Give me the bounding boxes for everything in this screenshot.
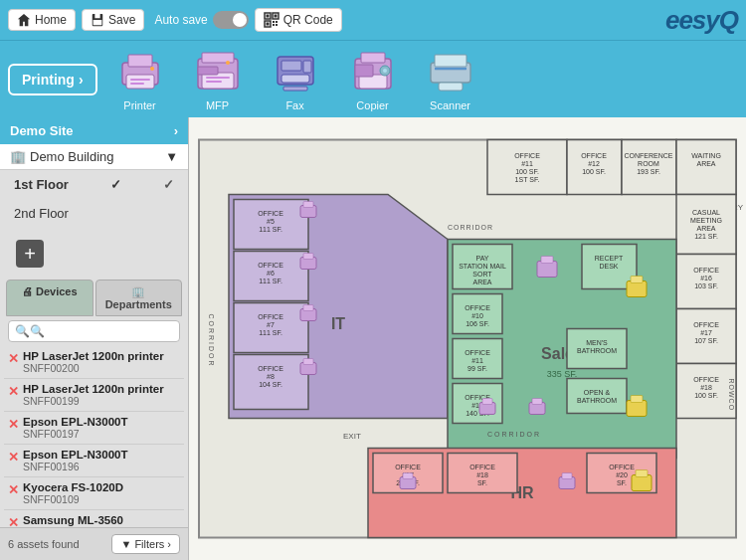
sidebar: Demo Site › 🏢 Demo Building ▼ 1st Floor … [0,117,189,560]
filters-button[interactable]: ▼ Filters › [111,534,180,554]
building-selector[interactable]: 🏢 Demo Building ▼ [0,144,188,170]
building-icon: 🏢 [10,149,26,164]
floor-2nd[interactable]: 2nd Floor [0,199,188,228]
remove-icon: ✕ [8,417,19,432]
departments-tab-icon: 🏢 [131,285,145,297]
remove-icon: ✕ [8,384,19,399]
qr-code-button[interactable]: QR Code [255,8,342,32]
svg-text:OFFICE: OFFICE [395,464,421,470]
svg-text:SORT: SORT [472,271,492,278]
svg-rect-165 [632,475,652,491]
floor-1st[interactable]: 1st Floor ✓ [0,170,188,199]
svg-point-36 [383,69,387,73]
scanner-icon [424,48,477,97]
list-item[interactable]: ✕ Samsung ML-3560 SNFF00088 [4,510,184,527]
svg-text:335 SF.: 335 SF. [547,369,578,379]
floorplan[interactable]: OFFICE #11 100 SF. 1ST SF. OFFICE #12 10… [189,117,746,560]
svg-text:OFFICE: OFFICE [258,365,283,372]
svg-text:WAITING: WAITING [691,152,721,159]
svg-text:OPEN &: OPEN & [584,389,611,396]
add-button[interactable]: + [16,240,44,268]
svg-rect-8 [266,23,269,26]
device-mfp[interactable]: MFP [183,48,253,111]
svg-text:CORRIDOR: CORRIDOR [448,224,493,231]
home-button[interactable]: Home [8,9,76,31]
list-item[interactable]: ✕ HP LaserJet 1200n printer SNFF00199 [4,379,184,412]
svg-text:111 SF.: 111 SF. [259,329,282,336]
list-item[interactable]: ✕ Epson EPL-N3000T SNFF00196 [4,445,184,477]
remove-icon: ✕ [8,515,19,527]
svg-text:OFFICE: OFFICE [258,210,283,217]
svg-rect-39 [439,83,463,91]
svg-text:111 SF.: 111 SF. [259,226,282,233]
svg-rect-23 [206,77,230,79]
svg-rect-150 [303,359,313,365]
svg-rect-148 [303,305,313,311]
svg-text:MEN'S: MEN'S [586,339,608,346]
svg-rect-164 [562,473,572,479]
svg-rect-144 [303,202,313,208]
svg-text:121 SF.: 121 SF. [694,233,718,240]
svg-rect-11 [273,24,275,26]
header: Home Save Auto save QR Code eesyQ [0,0,746,40]
svg-text:#12: #12 [588,160,600,167]
svg-rect-6 [274,15,277,18]
svg-rect-146 [303,254,313,260]
list-item[interactable]: ✕ Kyocera FS-1020D SNFF00109 [4,477,184,510]
svg-text:CORRIDOR: CORRIDOR [487,431,541,438]
svg-text:OFFICE: OFFICE [693,267,719,274]
svg-rect-15 [126,75,154,89]
printing-button[interactable]: Printing › [8,64,97,95]
mfp-icon [191,48,245,97]
device-printer[interactable]: Printer [105,48,175,111]
copier-label: Copier [356,99,388,111]
svg-text:OFFICE: OFFICE [693,321,719,328]
search-input[interactable] [30,324,173,338]
svg-rect-152 [541,257,553,264]
svg-rect-2 [93,20,102,25]
toolbar: Printing › Printer [0,40,746,117]
svg-text:OFFICE: OFFICE [258,313,283,320]
svg-text:CONFERENCE: CONFERENCE [624,152,672,159]
svg-rect-22 [198,67,218,75]
remove-icon: ✕ [8,450,19,465]
device-scanner[interactable]: Scanner [416,48,485,111]
tab-departments[interactable]: 🏢 Departments [95,280,183,316]
svg-rect-159 [627,401,647,417]
svg-text:1ST SF.: 1ST SF. [515,176,540,183]
list-item[interactable]: ✕ Epson EPL-N3000T SNFF00197 [4,412,184,445]
svg-text:OFFICE: OFFICE [693,376,719,383]
svg-rect-158 [532,399,542,405]
svg-text:AREA: AREA [696,225,715,232]
list-item[interactable]: ✕ HP LaserJet 1200n printer SNFF00200 [4,346,184,379]
auto-save-toggle[interactable] [213,11,249,29]
svg-text:ROOM: ROOM [638,160,659,167]
svg-rect-153 [627,281,647,297]
save-button[interactable]: Save [82,9,144,31]
checkmark-icon: ✓ [110,177,121,192]
logo: eesyQ [665,5,738,36]
svg-rect-27 [281,61,301,71]
svg-rect-156 [482,399,492,405]
device-copier[interactable]: Copier [338,48,408,111]
remove-icon: ✕ [8,482,19,497]
svg-text:STATION MAIL: STATION MAIL [459,263,506,270]
svg-text:MEETING: MEETING [690,217,722,224]
svg-rect-166 [636,470,648,477]
svg-text:BATHROOM: BATHROOM [577,347,617,354]
search-box[interactable]: 🔍 [8,320,180,342]
svg-text:111 SF.: 111 SF. [259,278,282,284]
svg-text:AREA: AREA [696,160,715,167]
svg-text:99 SF.: 99 SF. [467,365,487,372]
svg-rect-4 [266,15,269,18]
chevron-down-icon: ▼ [165,149,178,164]
svg-rect-154 [631,277,643,283]
svg-text:OFFICE: OFFICE [258,262,283,269]
tab-devices[interactable]: 🖨 Devices [6,280,93,316]
svg-text:SF.: SF. [477,479,487,486]
device-fax[interactable]: Fax [261,48,330,111]
svg-text:104 SF.: 104 SF. [259,381,282,388]
tabs: 🖨 Devices 🏢 Departments [6,280,182,316]
site-header[interactable]: Demo Site › [0,117,188,144]
copier-icon [346,48,400,97]
